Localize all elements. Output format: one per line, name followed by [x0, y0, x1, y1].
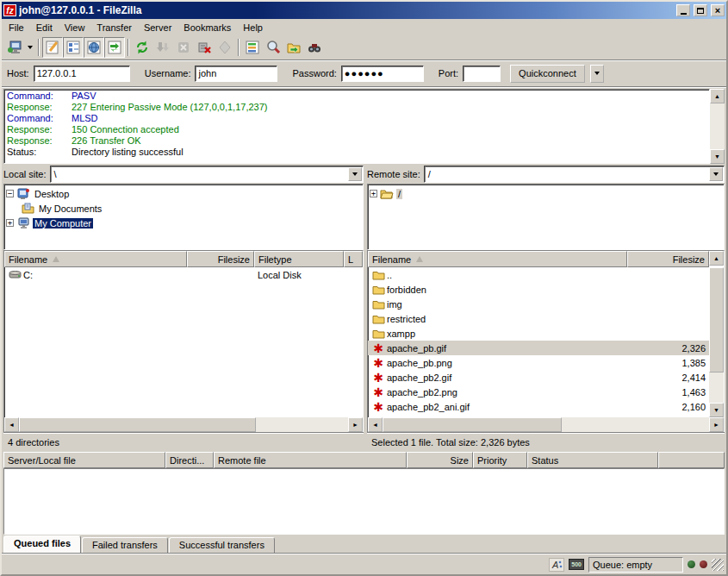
filter-icon[interactable]	[242, 37, 263, 58]
column-label: Directi...	[170, 455, 204, 466]
remote-row-apache-pb2-png[interactable]: ✱apache_pb2.png1,463	[368, 385, 709, 399]
password-input[interactable]	[341, 66, 424, 82]
site-manager-icon[interactable]	[4, 37, 25, 58]
queue-body[interactable]	[3, 468, 725, 535]
menu-help[interactable]: Help	[237, 21, 269, 34]
column-header-last-modified[interactable]: L	[344, 251, 363, 267]
menu-edit[interactable]: Edit	[30, 21, 59, 34]
toggle-message-log-icon[interactable]	[42, 37, 63, 58]
quickconnect-dropdown[interactable]	[590, 65, 604, 83]
directory-comparison-icon[interactable]	[263, 37, 283, 58]
tab-failed-transfers[interactable]: Failed transfers	[82, 537, 168, 554]
file-size: 2,326	[627, 343, 709, 354]
column-header-size[interactable]: Size	[407, 452, 473, 468]
remote-row-apache-pb2-gif[interactable]: ✱apache_pb2.gif2,414	[368, 370, 709, 385]
remote-row-forbidden[interactable]: forbidden	[368, 282, 709, 297]
remote-row-apache-pb-png[interactable]: ✱apache_pb.png1,385	[368, 355, 709, 370]
remote-site-combo[interactable]: /	[424, 166, 725, 183]
reconnect-icon[interactable]	[215, 37, 235, 58]
image-file-icon: ✱	[371, 385, 385, 398]
quickconnect-button[interactable]: Quickconnect	[510, 65, 585, 83]
scroll-down-icon[interactable]: ▼	[709, 403, 724, 417]
scroll-up-icon[interactable]: ▲	[710, 89, 725, 103]
remote-row-parent[interactable]: ..	[368, 267, 709, 282]
file-name: apache_pb2.png	[387, 387, 457, 398]
refresh-icon[interactable]	[132, 37, 152, 58]
toggle-local-tree-icon[interactable]	[63, 37, 84, 58]
expand-icon[interactable]: +	[6, 219, 14, 227]
menu-server[interactable]: Server	[138, 21, 177, 34]
column-header-priority[interactable]: Priority	[473, 452, 527, 468]
menu-file[interactable]: File	[3, 21, 30, 34]
scroll-right-icon[interactable]: ►	[709, 417, 724, 432]
menu-bookmarks[interactable]: Bookmarks	[177, 21, 237, 34]
cancel-icon[interactable]	[173, 37, 194, 58]
local-site-combo[interactable]: \	[50, 166, 364, 183]
combo-dropdown-button[interactable]	[348, 167, 362, 181]
disconnect-icon[interactable]	[194, 37, 215, 58]
port-input[interactable]	[463, 66, 501, 82]
column-header-filesize[interactable]: Filesize	[627, 251, 709, 267]
column-header-status[interactable]: Status	[527, 452, 658, 468]
disk-drive-icon	[8, 268, 22, 281]
find-files-icon[interactable]	[304, 37, 325, 58]
tree-item-my-computer[interactable]: + My Computer	[6, 216, 361, 230]
remote-row-apache-pb-gif[interactable]: ✱apache_pb.gif2,326	[368, 341, 709, 355]
column-header-filetype[interactable]: Filetype	[254, 251, 344, 267]
titlebar[interactable]: fz john@127.0.0.1 - FileZilla ×	[2, 2, 726, 19]
message-log: Command:PASV Response:227 Entering Passi…	[3, 89, 710, 164]
remote-row-xampp[interactable]: xampp	[368, 326, 709, 341]
dropdown-arrow-icon	[594, 72, 600, 75]
log-line: Command:PASV	[4, 91, 709, 102]
scrollbar-thumb[interactable]	[383, 417, 562, 432]
speed-limit-icon[interactable]: 500	[569, 559, 584, 570]
file-name: apache_pb.png	[387, 358, 452, 368]
file-size: 1,385	[627, 358, 709, 368]
column-header-remote-file[interactable]: Remote file	[214, 452, 407, 468]
toggle-remote-tree-icon[interactable]	[84, 37, 104, 58]
scroll-down-icon[interactable]: ▼	[710, 149, 725, 164]
scrollbar-thumb[interactable]	[19, 417, 256, 432]
close-button[interactable]: ×	[711, 4, 725, 16]
image-file-icon: ✱	[371, 371, 385, 384]
maximize-button[interactable]	[694, 4, 707, 16]
tab-successful-transfers[interactable]: Successful transfers	[169, 537, 275, 554]
tree-item-root[interactable]: + /	[370, 186, 722, 201]
remote-row-restricted[interactable]: restricted	[368, 311, 709, 326]
log-vertical-scrollbar[interactable]: ▲ ▼	[710, 89, 725, 164]
scroll-up-icon[interactable]: ▲	[709, 251, 724, 266]
synchronized-browsing-icon[interactable]	[283, 37, 304, 58]
toggle-transfer-queue-icon[interactable]	[104, 37, 125, 58]
username-input[interactable]	[195, 66, 277, 82]
resize-grip[interactable]	[712, 559, 724, 571]
remote-row-img[interactable]: img	[368, 297, 709, 311]
minimize-button[interactable]	[676, 4, 690, 16]
site-manager-dropdown[interactable]	[25, 37, 35, 58]
column-header-filename[interactable]: Filename	[368, 251, 627, 267]
tree-item-my-documents[interactable]: My Documents	[6, 201, 361, 216]
combo-dropdown-button[interactable]	[709, 167, 723, 181]
collapse-icon[interactable]: −	[6, 190, 14, 197]
scroll-left-icon[interactable]: ◄	[368, 417, 383, 432]
tree-item-desktop[interactable]: − Desktop	[6, 186, 361, 201]
transfer-queue: Server/Local file Directi... Remote file…	[3, 452, 725, 535]
process-queue-icon[interactable]	[152, 37, 173, 58]
local-horizontal-scrollbar[interactable]: ◄ ►	[4, 417, 363, 432]
column-header-server-local-file[interactable]: Server/Local file	[3, 452, 165, 468]
remote-vertical-scrollbar[interactable]: ▼	[709, 267, 724, 417]
ascii-datatype-icon[interactable]: A	[549, 558, 564, 572]
menu-view[interactable]: View	[59, 21, 91, 34]
local-row-c-drive[interactable]: C: Local Disk	[4, 267, 363, 282]
column-header-direction[interactable]: Directi...	[165, 452, 214, 468]
remote-row-apache-pb2-ani-gif[interactable]: ✱apache_pb2_ani.gif2,160	[368, 399, 709, 414]
menu-transfer[interactable]: Transfer	[90, 21, 138, 34]
remote-horizontal-scrollbar[interactable]: ◄ ►	[368, 417, 724, 432]
scroll-left-icon[interactable]: ◄	[4, 417, 19, 432]
scroll-right-icon[interactable]: ►	[348, 417, 363, 432]
column-header-filename[interactable]: Filename	[4, 251, 187, 267]
expand-icon[interactable]: +	[370, 190, 377, 197]
host-input[interactable]	[34, 66, 130, 82]
tab-queued-files[interactable]: Queued files	[3, 535, 81, 554]
column-header-filesize[interactable]: Filesize	[187, 251, 254, 267]
scrollbar-thumb[interactable]	[709, 267, 724, 373]
